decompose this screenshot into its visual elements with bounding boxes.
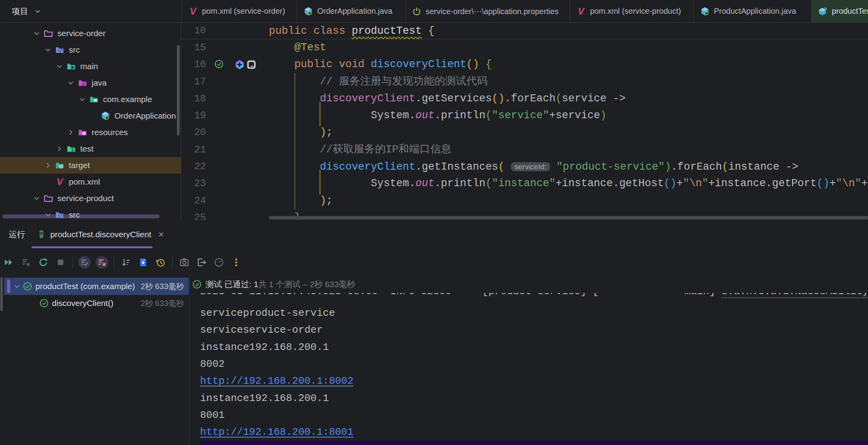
tree-item-main[interactable]: main (0, 58, 181, 75)
tab-label: ProductApplication.java (714, 7, 796, 16)
code-line-22[interactable]: 22 discoveryClient.getInstances( service… (182, 158, 868, 175)
rerun-failed-tests-icon[interactable] (17, 254, 35, 271)
tree-item-label: java (92, 78, 107, 88)
code-line-19[interactable]: 19 System.out.println("service"+service) (182, 107, 868, 124)
console-line-3: instance192.168.200.1 (200, 339, 329, 356)
code-line-16[interactable]: 16 public void discoveryClient() { (182, 56, 868, 73)
tree-item-label: test (80, 144, 94, 154)
project-panel-header[interactable]: 项目 (0, 0, 182, 22)
stop-icon[interactable] (52, 254, 69, 271)
svg-text:</>: </> (58, 48, 65, 53)
line-number: 21 (182, 141, 206, 158)
more-options-icon[interactable] (228, 254, 245, 271)
console-line-8[interactable]: http://192.168.200.1:8001 (200, 424, 353, 441)
console-class-reference[interactable]: c.a.n.c.a.u.NacosAbility (721, 293, 868, 298)
tab-label: pom.xml (service-product) (590, 7, 681, 16)
console-line-1: serviceproduct-service (200, 305, 335, 322)
console-line-7: 8001 (200, 407, 224, 424)
active-tab-underline (31, 246, 153, 248)
tree-item-src[interactable]: </>src (0, 207, 181, 220)
spring-boot-icon (700, 7, 710, 16)
rerun-auto-icon[interactable] (35, 254, 52, 271)
tree-item-label: service-order (57, 29, 106, 38)
run-tab-productTest[interactable]: productTest.discoveryClient × (33, 224, 168, 245)
editor-horizontal-scrollbar[interactable] (269, 216, 868, 220)
code-line-15[interactable]: 15 @Test (182, 39, 868, 56)
tree-item-OrderApplication[interactable]: OrderApplication (0, 108, 181, 124)
code-line-21[interactable]: 21 //获取服务的IP和端口信息 (182, 141, 868, 158)
test-passed-icon (39, 298, 49, 308)
code-line-17[interactable]: 17 // 服务注册与发现功能的测试代码 (182, 73, 868, 90)
run-tab-label: productTest.discoveryClient (50, 230, 151, 239)
console-line-5[interactable]: http://192.168.200.1:8002 (200, 373, 353, 390)
tree-item-com.example[interactable]: com.example (0, 91, 181, 108)
code-lines[interactable]: 15 @Test16 public void discoveryClient()… (182, 39, 868, 220)
performance-icon[interactable] (210, 254, 228, 271)
sticky-code-line: 10public class productTest { (182, 23, 868, 39)
line-number: 18 (182, 90, 206, 107)
code-line-20[interactable]: 20 ); (182, 124, 868, 141)
tree-item-src[interactable]: </>src (0, 42, 181, 58)
editor-tab-1[interactable]: Vpom.xml (service-order) (182, 0, 297, 22)
tree-item-service-product[interactable]: service-product (0, 190, 181, 207)
code-line-10[interactable]: 10public class productTest { (182, 23, 868, 39)
toolbar-separator (72, 256, 73, 268)
results-scrollbar[interactable] (0, 277, 3, 311)
import-test-results-icon[interactable] (134, 254, 152, 271)
chevron-right-icon (55, 145, 64, 153)
run-console[interactable]: 测试 已通过: 1 共 1 个测试 – 2秒 633毫秒 2023-03-11T… (189, 276, 868, 445)
test-history-icon[interactable] (152, 254, 169, 271)
editor-tab-6[interactable]: productTest.java (811, 0, 868, 22)
sort-by-duration-icon[interactable] (117, 254, 134, 271)
editor-tab-5[interactable]: ProductApplication.java (693, 0, 811, 22)
tree-item-pom.xml[interactable]: Vpom.xml (0, 174, 181, 190)
plugin-square-icon (246, 59, 257, 70)
tree-item-label: main (80, 62, 98, 71)
code-editor[interactable]: 10public class productTest { 15 @Test16 … (182, 23, 868, 220)
code-line-18[interactable]: 18 discoveryClient.getServices().forEach… (182, 90, 868, 107)
line-number: 15 (182, 39, 206, 56)
console-link[interactable]: http://192.168.200.1:8002 (200, 375, 353, 387)
chevron-down-icon (13, 282, 21, 291)
tree-item-test[interactable]: test (0, 141, 181, 157)
editor-tab-2[interactable]: OrderApplication.java (297, 0, 405, 22)
main-folder-icon (66, 61, 76, 71)
test-summary-row: 测试 已通过: 1 共 1 个测试 – 2秒 633毫秒 (189, 276, 868, 293)
line-number: 10 (182, 23, 206, 39)
svg-text:</>: </> (58, 213, 65, 218)
tree-item-label: pom.xml (69, 177, 100, 187)
console-line-2: serviceservice-order (200, 322, 323, 339)
target-folder-icon (55, 160, 65, 170)
tree-item-java[interactable]: java (0, 75, 181, 91)
line-number: 23 (182, 175, 206, 192)
console-clipped-log-line: 2023-03-11T19:37:49.923+08:00 INFO 52300… (189, 293, 868, 302)
run-panel-title: 运行 (9, 229, 25, 240)
close-icon[interactable]: × (158, 229, 164, 240)
test-result-label: productTest (com.example) (35, 282, 135, 291)
chevron-down-icon (78, 95, 86, 104)
tree-item-resources[interactable]: resources (0, 124, 181, 141)
code-line-23[interactable]: 23 System.out.println("instance"+instanc… (182, 175, 868, 192)
test-root-icon (66, 144, 76, 154)
line-number: 17 (182, 73, 206, 90)
console-link[interactable]: http://192.168.200.1:8001 (200, 426, 353, 438)
rerun-tests-icon[interactable] (0, 254, 17, 271)
editor-tab-3[interactable]: service-order\⋯\application.properties (405, 0, 570, 22)
export-test-results-icon[interactable] (193, 254, 210, 271)
editor-tab-4[interactable]: Vpom.xml (service-product) (570, 0, 693, 22)
test-result-row-1[interactable]: productTest (com.example)2秒 633毫秒 (4, 278, 189, 295)
plugin-gutter-icon[interactable] (246, 59, 257, 70)
test-result-row-2[interactable]: discoveryClient()2秒 633毫秒 (4, 295, 189, 312)
tree-item-service-order[interactable]: service-order (0, 25, 181, 42)
show-failed-icon[interactable] (93, 254, 110, 271)
test-results-tree: productTest (com.example)2秒 633毫秒discove… (0, 276, 189, 445)
code-line-24[interactable]: 24 ); (182, 192, 868, 209)
toolbar-separator (114, 256, 114, 268)
test-passed-gutter-icon[interactable] (214, 59, 225, 70)
line-number: 22 (182, 158, 206, 175)
line-number: 25 (182, 209, 206, 220)
show-passed-icon[interactable] (76, 254, 93, 271)
ai-plugin-gutter-icon[interactable] (234, 59, 245, 70)
tree-item-target[interactable]: target (0, 157, 181, 174)
screenshot-icon[interactable] (176, 254, 193, 271)
